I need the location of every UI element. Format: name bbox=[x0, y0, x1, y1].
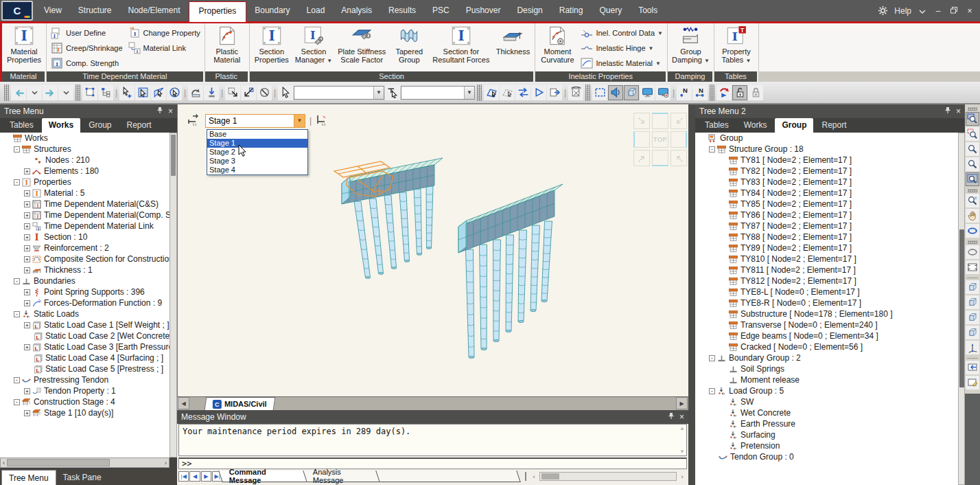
restore-button[interactable] bbox=[949, 6, 959, 16]
toolbar-handle[interactable] bbox=[968, 240, 977, 244]
pointer-button[interactable] bbox=[278, 85, 293, 100]
zoom-fit-button[interactable] bbox=[966, 172, 979, 186]
menu-query[interactable]: Query bbox=[591, 1, 630, 20]
expand-box-icon[interactable]: + bbox=[24, 300, 30, 306]
msg-nav-first-button[interactable]: |◀ bbox=[178, 471, 189, 482]
stage-go-icon[interactable]: t t bbox=[316, 113, 329, 128]
menu-structure[interactable]: Structure bbox=[70, 1, 120, 20]
creep-shrinkage-button[interactable]: ICreep/Shrinkage bbox=[49, 41, 125, 55]
pin-icon[interactable] bbox=[944, 106, 951, 116]
tree-item[interactable]: TY81 [ Node=2 ; Element=17 ] bbox=[695, 155, 958, 166]
cube2-button[interactable] bbox=[966, 295, 979, 309]
plastic-material-button[interactable]: PlasticMaterial bbox=[207, 24, 247, 71]
menu-psc[interactable]: PSC bbox=[424, 1, 458, 20]
expand-box-icon[interactable]: + bbox=[24, 245, 30, 251]
nodebox-button[interactable] bbox=[82, 85, 97, 100]
stage-combo-dropdown-button[interactable]: ▼ bbox=[294, 115, 305, 127]
toolbar-handle[interactable] bbox=[4, 84, 9, 101]
menu-properties[interactable]: Properties bbox=[189, 1, 247, 22]
tab-group[interactable]: Group bbox=[82, 118, 118, 133]
menu-tools[interactable]: Tools bbox=[630, 1, 666, 20]
close-icon[interactable]: × bbox=[956, 106, 961, 116]
tree-item[interactable]: TY83 [ Node=2 ; Element=17 ] bbox=[695, 177, 958, 188]
tree-item[interactable]: -Construction Stage : 4 bbox=[0, 396, 170, 407]
toolbar-handle[interactable] bbox=[75, 84, 80, 101]
collapse-box-icon[interactable]: - bbox=[14, 399, 20, 405]
ptr-corner-button[interactable] bbox=[151, 85, 166, 100]
tab2-report[interactable]: Report bbox=[815, 118, 853, 133]
stage-option-stage-3[interactable]: Stage 3 bbox=[207, 157, 307, 166]
msg-hscrollbar[interactable]: ‹› bbox=[525, 472, 687, 481]
msg-tab-analysis-message[interactable]: Analysis Message bbox=[302, 471, 382, 482]
app-logo-icon[interactable]: C bbox=[1, 1, 33, 21]
stage-option-stage-2[interactable]: Stage 2 bbox=[207, 148, 307, 157]
n2-button[interactable]: N bbox=[692, 85, 708, 100]
tree-item[interactable]: TY810 [ Node=2 ; Element=17 ] bbox=[695, 253, 958, 264]
tree-item[interactable]: +ITime Dependent Material(C&S) bbox=[0, 199, 170, 210]
tree-item[interactable]: Surfacing bbox=[695, 429, 958, 440]
screen-edit-button[interactable] bbox=[966, 376, 979, 390]
rotate-button[interactable] bbox=[966, 224, 979, 238]
tree-item[interactable]: Transverse [ Node=0 ; Element=240 ] bbox=[695, 319, 958, 330]
left-tree-hscrollbar[interactable]: ‹› bbox=[0, 458, 170, 468]
toolbar-handle[interactable] bbox=[710, 84, 714, 101]
view-left-edge[interactable] bbox=[633, 131, 650, 148]
toolbar-handle[interactable] bbox=[477, 84, 482, 101]
view-top-button[interactable]: TOP bbox=[652, 131, 668, 148]
expand-box-icon[interactable]: + bbox=[24, 256, 30, 262]
monitor-button[interactable] bbox=[640, 85, 655, 100]
zoom-out-button[interactable] bbox=[966, 157, 979, 171]
plate-stiffness-scale-factor-button[interactable]: Plate StiffnessScale Factor bbox=[336, 24, 388, 71]
menu-boundary[interactable]: Boundary bbox=[246, 1, 298, 20]
minimize-button[interactable]: – bbox=[933, 6, 943, 16]
pin-button[interactable] bbox=[204, 85, 219, 100]
msg-nav-next-button[interactable]: ▶ bbox=[201, 471, 211, 482]
view-corner-tl[interactable] bbox=[633, 113, 650, 129]
tree-item[interactable]: LStatic Load Case 5 [Prestress ; ] bbox=[0, 363, 170, 374]
tree-item[interactable]: Substructure [ Node=178 ; Element=180 ] bbox=[695, 308, 958, 319]
tree-item[interactable]: Group bbox=[695, 133, 958, 144]
box-dr-button[interactable] bbox=[225, 85, 240, 100]
expand-box-icon[interactable]: + bbox=[24, 410, 30, 416]
speaker-button[interactable] bbox=[608, 85, 623, 100]
tab2-works[interactable]: Works bbox=[737, 118, 774, 133]
tree-item[interactable]: +FnForces-Deformation Function : 9 bbox=[0, 297, 170, 308]
play-button[interactable] bbox=[531, 85, 546, 100]
circle-ptr-button[interactable] bbox=[167, 85, 182, 100]
stage-option-base[interactable]: Base bbox=[207, 130, 307, 139]
tree-item[interactable]: -Load Group : 5 bbox=[695, 385, 958, 396]
combobox-dropdown-button[interactable]: ▼ bbox=[373, 87, 384, 99]
pan-button[interactable] bbox=[966, 209, 979, 223]
circle-x-button[interactable] bbox=[257, 85, 272, 100]
message-text-area[interactable]: Your maintenance period expires in 289 d… bbox=[178, 424, 687, 456]
view-bottom-edge[interactable] bbox=[652, 150, 668, 166]
property-tables-button[interactable]: ITPropertyTables ▼ bbox=[716, 24, 756, 71]
menu-results[interactable]: Results bbox=[380, 1, 424, 20]
msg-nav-prev-button[interactable]: ◀ bbox=[189, 471, 200, 482]
expand-box-icon[interactable]: + bbox=[24, 223, 30, 229]
tab-tables[interactable]: Tables bbox=[3, 118, 40, 133]
view-corner-tr[interactable] bbox=[670, 113, 687, 129]
n1-button[interactable]: N bbox=[677, 85, 692, 100]
tree-item[interactable]: Earth Pressure bbox=[695, 418, 958, 429]
section-manager-button[interactable]: ISectionManager ▼ bbox=[293, 24, 334, 71]
tree-item[interactable]: +LStatic Load Case 3 [Earth Pressure ; ] bbox=[0, 341, 170, 352]
moment-curvature-button[interactable]: MomentCurvature bbox=[537, 24, 577, 71]
stage-option-stage-4[interactable]: Stage 4 bbox=[207, 166, 307, 174]
bottom-tab-task-pane[interactable]: Task Pane bbox=[56, 470, 108, 485]
ptr-box-button[interactable] bbox=[135, 85, 150, 100]
undo-button[interactable] bbox=[11, 85, 26, 100]
expand-box-icon[interactable]: + bbox=[24, 201, 30, 207]
tree-item[interactable]: Cracked [ Node=0 ; Element=56 ] bbox=[695, 341, 958, 352]
tab-report[interactable]: Report bbox=[120, 118, 159, 133]
pin-icon[interactable] bbox=[668, 412, 675, 422]
tree-item[interactable]: -Structure Group : 18 bbox=[695, 144, 958, 155]
flip-button[interactable] bbox=[188, 85, 203, 100]
collapse-box-icon[interactable]: - bbox=[14, 179, 20, 185]
zoom-in-button[interactable] bbox=[966, 142, 979, 156]
doc-tab-scroll-left[interactable]: ◀ bbox=[178, 397, 189, 409]
zoom-pm-button[interactable]: ± bbox=[966, 194, 979, 207]
cube3-button[interactable] bbox=[966, 311, 979, 324]
close-icon[interactable]: × bbox=[679, 412, 684, 422]
expand-box-icon[interactable]: + bbox=[24, 190, 30, 196]
